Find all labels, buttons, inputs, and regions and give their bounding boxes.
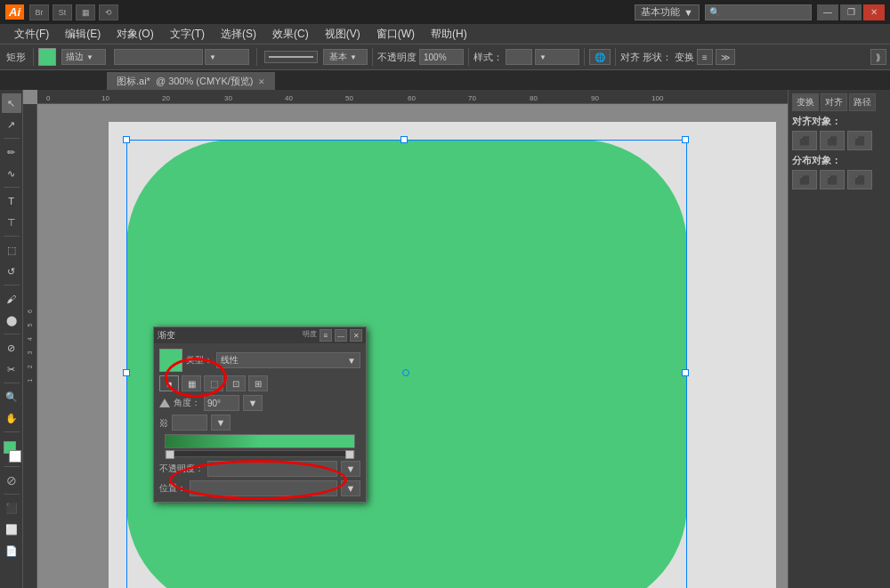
- opacity-input-gp[interactable]: [207, 461, 337, 477]
- gradient-close-btn[interactable]: ✕: [350, 329, 362, 342]
- text-tool[interactable]: T: [2, 191, 21, 211]
- view-icon[interactable]: ▦: [76, 4, 95, 20]
- ruler-v-nums: 1 2 3 4 5 6: [27, 310, 33, 383]
- gradient-icon-4[interactable]: ⊡: [226, 375, 246, 391]
- align-btn-1[interactable]: ⬛: [792, 131, 817, 150]
- menu-file[interactable]: 文件(F): [7, 25, 56, 44]
- menu-object[interactable]: 对象(O): [109, 25, 160, 44]
- arrange-icon[interactable]: ⟲: [99, 4, 118, 20]
- menu-effect[interactable]: 效果(C): [265, 25, 316, 44]
- menu-view[interactable]: 视图(V): [318, 25, 368, 44]
- gradient-icon-3[interactable]: ⬚: [204, 375, 223, 391]
- opacity-dropdown-gp[interactable]: ▼: [341, 461, 360, 477]
- handle-ml[interactable]: [123, 369, 130, 376]
- rotate-tool[interactable]: ↺: [2, 262, 21, 281]
- style-dropdown[interactable]: ▼: [535, 49, 579, 65]
- gradient-icon-2[interactable]: ▦: [182, 375, 201, 391]
- angle-dropdown[interactable]: ▼: [243, 395, 263, 411]
- doc-tab-close[interactable]: ✕: [258, 77, 265, 86]
- shape-label: 矩形: [6, 51, 26, 64]
- workspace-dropdown[interactable]: 基本功能 ▼: [635, 4, 700, 20]
- aspect-dropdown[interactable]: ▼: [211, 415, 231, 431]
- align-btn-3[interactable]: ⬛: [847, 131, 872, 150]
- aspect-input[interactable]: [172, 415, 207, 431]
- handle-mr[interactable]: [682, 369, 689, 376]
- none-stroke[interactable]: ⊘: [2, 471, 21, 490]
- position-input[interactable]: [190, 480, 337, 496]
- curvature-tool[interactable]: ∿: [2, 164, 21, 183]
- basic-dropdown[interactable]: 基本 ▼: [323, 49, 368, 65]
- color-box[interactable]: [2, 439, 21, 463]
- stroke-line: [269, 56, 313, 58]
- layers-btn[interactable]: 📄: [2, 541, 21, 560]
- handle-tl[interactable]: [123, 136, 130, 143]
- background-color[interactable]: [9, 450, 21, 463]
- toolbar: 矩形 描边▼ ▼ 基本 ▼ 不透明度 100% 样式： ▼ 🌐 对齐 形状： 变…: [0, 44, 890, 70]
- stroke-dropdown[interactable]: 描边▼: [61, 49, 106, 65]
- menu-select[interactable]: 选择(S): [214, 25, 263, 44]
- more-btn[interactable]: ≫: [716, 49, 735, 65]
- shape-tool-indicator: 矩形: [4, 47, 28, 67]
- position-dropdown[interactable]: ▼: [341, 480, 360, 496]
- gradient-bar[interactable]: [165, 434, 355, 448]
- stock-icon[interactable]: St: [53, 4, 72, 20]
- screen-mode-btn[interactable]: ⬛: [2, 498, 21, 518]
- distribute-btn-1[interactable]: ⬛: [792, 170, 817, 189]
- menu-edit[interactable]: 编辑(E): [58, 25, 108, 44]
- gradient-options-btn[interactable]: ≡: [320, 329, 332, 342]
- maximize-button[interactable]: ❐: [840, 4, 862, 20]
- opacity-label-gp: 不透明度：: [159, 463, 204, 475]
- angle-input[interactable]: 90°: [204, 395, 239, 411]
- hand-tool[interactable]: ✋: [2, 408, 21, 428]
- blob-brush-tool[interactable]: ⬤: [2, 310, 21, 330]
- gradient-thumb-left[interactable]: [166, 450, 174, 459]
- select-tool[interactable]: ↖: [2, 93, 21, 113]
- search-input[interactable]: [720, 7, 807, 18]
- gradient-swatch[interactable]: [159, 349, 182, 372]
- gradient-track[interactable]: [165, 450, 355, 457]
- touch-tool[interactable]: ⊤: [2, 213, 21, 232]
- shape-tool[interactable]: ⬚: [2, 240, 21, 260]
- minimize-button[interactable]: —: [817, 4, 838, 20]
- handle-tm[interactable]: [400, 136, 408, 143]
- bridge-icon[interactable]: Br: [29, 4, 49, 20]
- distribute-btn-2[interactable]: ⬛: [820, 170, 845, 189]
- canvas-surface[interactable]: 渐变 明度 ≡ — ✕ 类型： 线性: [37, 104, 788, 588]
- gradient-type-dropdown[interactable]: 线性 ▼: [216, 352, 360, 368]
- zoom-tool[interactable]: 🔍: [2, 387, 21, 407]
- opacity-input[interactable]: 100%: [419, 49, 464, 65]
- handle-tr[interactable]: [682, 136, 689, 143]
- distribute-btn-3[interactable]: ⬛: [847, 170, 872, 189]
- gradient-thumb-right[interactable]: [345, 450, 354, 459]
- menu-help[interactable]: 帮助(H): [424, 25, 474, 44]
- search-box[interactable]: 🔍: [705, 4, 812, 20]
- transform-extra-btn[interactable]: ≡: [697, 49, 713, 65]
- gradient-icon-1[interactable]: ■: [159, 375, 179, 391]
- align-btn-2[interactable]: ⬛: [820, 131, 845, 150]
- panel-btn[interactable]: ⟫: [870, 49, 886, 65]
- artboard-btn[interactable]: ⬜: [2, 520, 21, 539]
- tab-transform[interactable]: 变换: [792, 93, 819, 111]
- gradient-icon-5[interactable]: ⊞: [248, 375, 268, 391]
- main-area: ↖ ↗ ✏ ∿ T ⊤ ⬚ ↺ 🖌 ⬤ ⊘ ✂ 🔍 ✋ ⊘ ⬛ ⬜ 📄: [0, 90, 890, 588]
- tab-path[interactable]: 路径: [849, 93, 876, 111]
- paintbrush-tool[interactable]: 🖌: [2, 289, 21, 309]
- gradient-panel-title: 渐变: [158, 329, 175, 342]
- doc-tab-active[interactable]: 图标.ai* @ 300% (CMYK/预览) ✕: [107, 72, 275, 90]
- scissors-tool[interactable]: ✂: [2, 359, 21, 379]
- style-swatch[interactable]: [506, 49, 532, 65]
- fill-dropdown[interactable]: ▼: [205, 49, 249, 65]
- close-button[interactable]: ✕: [863, 4, 885, 20]
- eraser-tool[interactable]: ⊘: [2, 338, 21, 358]
- fill-input[interactable]: [114, 49, 203, 65]
- stroke-preview-item: [262, 47, 320, 67]
- fill-swatch[interactable]: [38, 48, 56, 66]
- menu-window[interactable]: 窗口(W): [369, 25, 422, 44]
- globe-btn[interactable]: 🌐: [589, 49, 611, 65]
- tab-align[interactable]: 对齐: [821, 93, 847, 111]
- pen-tool[interactable]: ✏: [2, 142, 21, 162]
- direct-select-tool[interactable]: ↗: [2, 115, 21, 134]
- menu-text[interactable]: 文字(T): [163, 25, 212, 44]
- ruler-tick-80: 80: [530, 94, 538, 102]
- gradient-collapse-btn[interactable]: —: [335, 329, 347, 342]
